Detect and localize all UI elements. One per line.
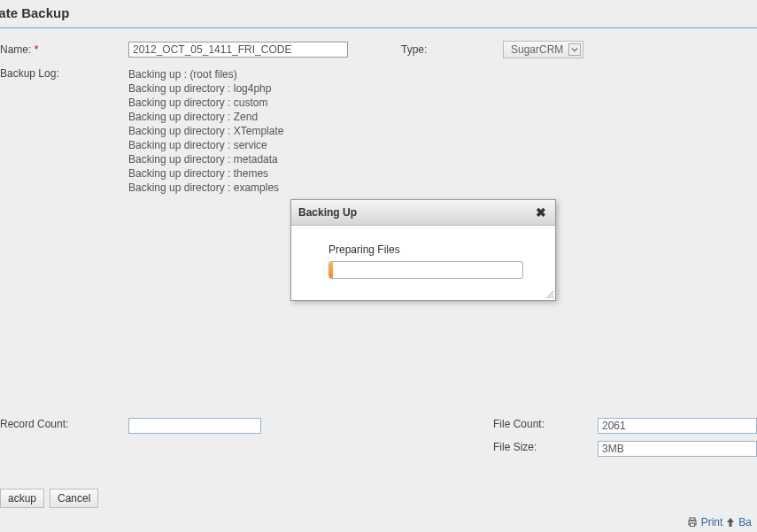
type-label: Type: <box>401 43 503 56</box>
modal-header: Backing Up ✖ <box>291 200 555 226</box>
required-indicator: * <box>35 43 39 56</box>
backup-modal: Backing Up ✖ Preparing Files <box>290 199 556 301</box>
svg-rect-2 <box>690 523 694 527</box>
chevron-down-icon[interactable] <box>568 43 581 56</box>
log-line: Backing up directory : service <box>128 138 283 152</box>
backup-button[interactable]: ackup <box>0 489 44 508</box>
file-size-row: File Size: <box>0 441 757 457</box>
backup-log-row: Backup Log: Backing up : (root files)Bac… <box>0 67 757 195</box>
log-line: Backing up directory : themes <box>128 166 283 181</box>
log-line: Backing up directory : Zend <box>128 110 283 124</box>
svg-line-5 <box>552 297 553 298</box>
modal-body-label: Preparing Files <box>328 243 539 256</box>
up-arrow-icon <box>726 517 735 528</box>
log-line: Backing up directory : metadata <box>128 152 283 166</box>
type-select[interactable]: SugarCRM <box>503 41 583 58</box>
backup-log-text: Backing up : (root files)Backing up dire… <box>128 67 283 195</box>
file-size-label: File Size: <box>493 441 598 457</box>
file-size-input[interactable] <box>598 441 757 457</box>
log-line: Backing up : (root files) <box>128 67 283 81</box>
record-count-row: Record Count: File Count: <box>0 418 757 434</box>
name-row: Name: * Type: SugarCRM <box>0 41 757 58</box>
backup-log-label: Backup Log: <box>0 67 128 195</box>
progress-bar-fill <box>329 262 333 278</box>
cancel-button[interactable]: Cancel <box>50 489 98 508</box>
footer-links: Print Ba <box>687 516 752 528</box>
record-count-input[interactable] <box>128 418 261 434</box>
log-line: Backing up directory : custom <box>128 96 283 110</box>
file-count-label: File Count: <box>493 418 598 434</box>
modal-body: Preparing Files <box>291 226 555 300</box>
type-select-value: SugarCRM <box>511 43 563 56</box>
log-line: Backing up directory : XTemplate <box>128 124 283 138</box>
log-line: Backing up directory : examples <box>128 181 283 195</box>
svg-rect-1 <box>690 518 695 520</box>
modal-title: Backing Up <box>298 206 357 219</box>
page-title: eate Backup <box>0 0 757 27</box>
title-divider <box>0 27 757 28</box>
name-input[interactable] <box>128 42 348 58</box>
name-label: Name: * <box>0 43 128 56</box>
resize-handle-icon[interactable] <box>544 289 554 299</box>
print-icon <box>687 517 698 528</box>
record-count-label: Record Count: <box>0 418 128 434</box>
name-label-text: Name: <box>0 43 31 56</box>
print-link[interactable]: Print <box>701 516 723 528</box>
file-count-input[interactable] <box>598 418 757 434</box>
progress-bar-track <box>328 261 523 279</box>
back-link[interactable]: Ba <box>738 516 752 528</box>
close-icon[interactable]: ✖ <box>534 205 548 220</box>
log-line: Backing up directory : log4php <box>128 81 283 96</box>
